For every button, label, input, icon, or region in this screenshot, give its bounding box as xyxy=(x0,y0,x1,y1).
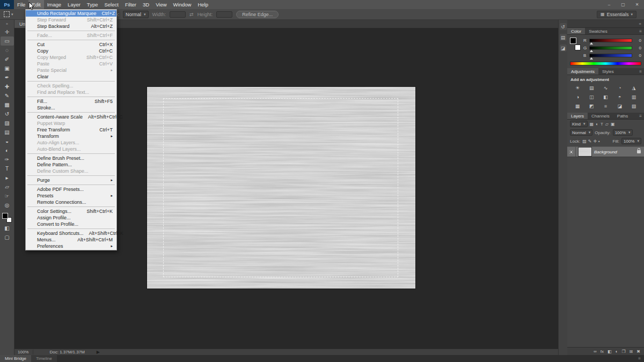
layer-visibility-toggle[interactable] xyxy=(567,147,576,157)
refine-edge-button[interactable]: Refine Edge... xyxy=(236,11,279,18)
canvas-document[interactable] xyxy=(147,87,415,289)
filter-adjustment-layers-icon[interactable]: ◐ xyxy=(596,122,598,127)
edit-menu-item[interactable]: CutCtrl+X xyxy=(26,41,116,48)
edit-menu-item[interactable]: Step ForwardShift+Ctrl+Z xyxy=(26,17,116,23)
rectangle-tool[interactable]: ▱ xyxy=(1,182,14,191)
edit-menu-item[interactable]: Free TransformCtrl+T xyxy=(26,127,116,133)
swap-dimensions-icon[interactable]: ⇄ xyxy=(189,12,194,17)
gradient-tool[interactable]: ▤ xyxy=(1,128,14,137)
slider-knob-icon[interactable] xyxy=(590,42,593,45)
layer-effects-icon[interactable]: fx xyxy=(601,349,604,354)
zoom-level[interactable]: 100% xyxy=(14,350,33,354)
edit-menu-item[interactable]: Paste Special▸ xyxy=(26,67,116,73)
lock-position-icon[interactable]: ✛ xyxy=(593,139,597,144)
blur-tool[interactable]: ◒ xyxy=(1,137,14,146)
path-selection-tool[interactable]: ▸ xyxy=(1,173,14,182)
width-input[interactable] xyxy=(170,11,186,18)
filter-smart-objects-icon[interactable]: ▣ xyxy=(611,122,615,127)
slider-track[interactable] xyxy=(589,46,632,50)
adjustment-layer-icon[interactable]: ◐ xyxy=(616,349,618,354)
foreground-color-swatch[interactable] xyxy=(2,213,8,219)
adjustment-invert-icon[interactable]: ◩ xyxy=(584,102,598,109)
edit-menu-item[interactable]: Purge▸ xyxy=(26,177,116,183)
layer-group-icon[interactable]: ❐ xyxy=(621,349,625,354)
edit-menu-item[interactable]: Check Spelling... xyxy=(26,83,116,89)
menubar-item-filter[interactable]: Filter xyxy=(122,0,140,9)
fill-dropdown[interactable]: 100% ▾ xyxy=(621,138,641,144)
adjustment-threshold-icon[interactable]: ◪ xyxy=(613,102,627,109)
filter-type-layers-icon[interactable]: T xyxy=(601,122,603,127)
layer-row-background[interactable]: Background xyxy=(567,146,644,157)
eraser-tool[interactable]: ▨ xyxy=(1,119,14,128)
edit-menu-item[interactable]: Color Settings...Shift+Ctrl+K xyxy=(26,208,116,215)
menubar-item-layer[interactable]: Layer xyxy=(64,0,84,9)
color-spectrum-ramp[interactable] xyxy=(570,62,641,65)
adjustment-channel-mixer-icon[interactable]: ▥ xyxy=(627,93,641,100)
height-input[interactable] xyxy=(216,11,232,18)
close-button[interactable]: ✕ xyxy=(630,0,644,9)
adjustment-black-white-icon[interactable]: ◧ xyxy=(598,93,612,100)
tool-preset-picker[interactable]: ▾ xyxy=(4,11,13,17)
dock-history-icon[interactable]: ↺ xyxy=(560,23,567,30)
layers-tab-layers[interactable]: Layers xyxy=(567,113,588,119)
rectangular-marquee-tool[interactable]: ▭ xyxy=(1,36,14,46)
slider-track[interactable] xyxy=(589,54,632,57)
menubar-item-help[interactable]: Help xyxy=(194,0,211,9)
edit-menu-item[interactable]: Presets▸ xyxy=(26,193,116,199)
edit-menu-item[interactable]: Assign Profile... xyxy=(26,215,116,221)
lock-pixels-icon[interactable]: ✎ xyxy=(588,139,592,144)
toolbar-collapse-icon[interactable]: » xyxy=(6,20,8,27)
maximize-button[interactable]: ▢ xyxy=(616,0,630,9)
selection-marquee[interactable] xyxy=(163,98,398,277)
history-brush-tool[interactable]: ↺ xyxy=(1,109,14,119)
menubar-item-type[interactable]: Type xyxy=(84,0,101,9)
crop-tool[interactable]: ▣ xyxy=(1,64,14,73)
menubar-item-view[interactable]: View xyxy=(152,0,170,9)
style-dropdown[interactable]: Normal ▾ xyxy=(123,11,149,18)
adjustment-color-balance-icon[interactable]: ◫ xyxy=(584,93,598,100)
edit-menu-item[interactable]: Fade...Shift+Ctrl+F xyxy=(26,32,116,39)
opacity-dropdown[interactable]: 100% ▾ xyxy=(613,129,633,136)
color-panel-menu-icon[interactable]: ≡ xyxy=(637,28,644,34)
adjustment-brightness-contrast-icon[interactable]: ☀ xyxy=(570,84,584,91)
edit-menu-item[interactable]: Adobe PDF Presets... xyxy=(26,186,116,193)
delete-layer-icon[interactable]: ✖ xyxy=(636,349,640,354)
background-color-swatch[interactable] xyxy=(575,45,581,50)
minimize-button[interactable]: – xyxy=(602,0,616,9)
clone-stamp-tool[interactable]: ▩ xyxy=(1,100,14,109)
menubar-item-image[interactable]: Image xyxy=(44,0,64,9)
adjustments-tab-adjustments[interactable]: Adjustments xyxy=(567,68,598,75)
adjustments-tab-styles[interactable]: Styles xyxy=(598,68,618,75)
dock-info-icon[interactable]: ◪ xyxy=(560,45,567,51)
edit-menu-item[interactable]: Define Pattern... xyxy=(26,161,116,168)
menubar-item-window[interactable]: Window xyxy=(170,0,195,9)
edit-menu-item[interactable]: Step BackwardAlt+Ctrl+Z xyxy=(26,23,116,29)
adjustment-photo-filter-icon[interactable]: ◓ xyxy=(613,93,627,100)
adjustment-vibrance-icon[interactable]: ◮ xyxy=(627,84,641,91)
type-tool[interactable]: T xyxy=(1,164,14,173)
edit-menu-item[interactable]: Keyboard Shortcuts...Alt+Shift+Ctrl+K xyxy=(26,230,116,237)
hand-tool[interactable]: ☞ xyxy=(1,191,14,201)
edit-menu-item[interactable]: Copy MergedShift+Ctrl+C xyxy=(26,54,116,61)
move-tool[interactable]: ✛ xyxy=(1,27,14,36)
edit-menu-item[interactable]: Find and Replace Text... xyxy=(26,89,116,95)
filter-shape-layers-icon[interactable]: ▱ xyxy=(605,122,609,127)
layers-tab-channels[interactable]: Channels xyxy=(588,113,613,119)
blend-mode-dropdown[interactable]: Normal ▾ xyxy=(570,129,592,136)
foreground-background-swatches[interactable] xyxy=(2,213,12,223)
pen-tool[interactable]: ✑ xyxy=(1,155,14,164)
edit-menu-item[interactable]: Content-Aware ScaleAlt+Shift+Ctrl+C xyxy=(26,114,116,120)
panel-menu-icon[interactable]: ≡ xyxy=(635,355,644,362)
quick-mask-button[interactable]: ◧ xyxy=(1,224,14,233)
new-layer-icon[interactable]: ⊞ xyxy=(630,349,633,354)
edit-menu-item[interactable]: Auto-Blend Layers... xyxy=(26,146,116,152)
adjustment-exposure-icon[interactable]: ◔ xyxy=(613,84,627,91)
color-tab-color[interactable]: Color xyxy=(567,28,585,34)
edit-menu-item[interactable]: Remote Connections... xyxy=(26,199,116,205)
edit-menu-item[interactable]: PasteCtrl+V xyxy=(26,61,116,67)
edit-menu-item[interactable]: Stroke... xyxy=(26,105,116,111)
adjustment-selective-color-icon[interactable]: ▧ xyxy=(627,102,641,109)
dodge-tool[interactable]: ◐ xyxy=(1,146,14,155)
edit-menu-item[interactable]: Menus...Alt+Shift+Ctrl+M xyxy=(26,237,116,243)
collapse-panels-icon[interactable]: « xyxy=(639,21,641,26)
